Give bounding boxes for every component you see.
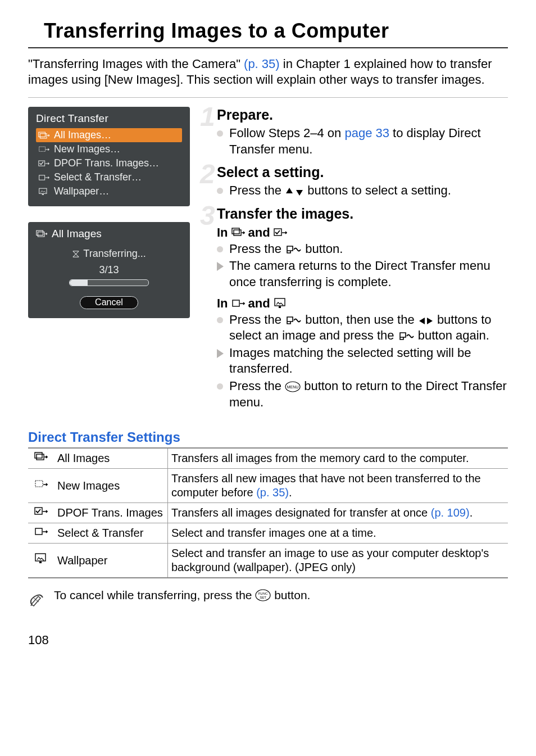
note-text-pre: To cancel while transferring, press the: [54, 588, 255, 601]
bullet-text: button, then use the: [302, 313, 418, 327]
left-right-arrows-icon: [418, 316, 434, 326]
setting-name: New Images: [54, 469, 168, 503]
bullet-text: Press the: [229, 242, 285, 256]
settings-heading: Direct Transfer Settings: [28, 429, 508, 445]
step-2: 2 Select a setting. Press the buttons to…: [209, 164, 508, 199]
cancel-button[interactable]: Cancel: [80, 296, 138, 309]
svg-rect-27: [39, 562, 42, 563]
svg-rect-22: [37, 454, 44, 460]
step-number: 2: [200, 159, 215, 189]
svg-rect-21: [35, 452, 42, 458]
step-1: 1 Prepare. Follow Steps 2–4 on page 33 t…: [209, 107, 508, 157]
svg-rect-14: [233, 300, 239, 306]
setting-desc-text: .: [470, 506, 473, 519]
svg-rect-7: [37, 230, 43, 235]
intro-link[interactable]: (p. 35): [244, 57, 280, 71]
check-arrow-icon: [34, 506, 48, 517]
progress-counter: 3/13: [36, 264, 182, 276]
svg-marker-18: [427, 318, 433, 324]
section-divider: [28, 97, 508, 98]
transferring-label: Transferring...: [83, 248, 146, 260]
bullet-text: Press the: [229, 183, 285, 197]
setting-icon-cell: [28, 523, 54, 544]
setting-name: Select & Transfer: [54, 523, 168, 544]
setting-desc: Select and transfer images one at a time…: [168, 523, 508, 544]
svg-rect-12: [234, 230, 241, 236]
svg-rect-1: [40, 133, 47, 138]
bullet-text: Press the: [229, 313, 285, 327]
page-number: 108: [28, 633, 508, 648]
lcd-menu-item: New Images…: [36, 142, 182, 156]
page-title: Transferring Images to a Computer: [28, 19, 508, 47]
print-tilde-icon: [398, 331, 415, 342]
page-link[interactable]: (p. 109): [431, 506, 470, 519]
table-row: All Images Transfers all images from the…: [28, 448, 508, 469]
svg-text:FUNC: FUNC: [258, 592, 268, 595]
lcd-progress-title: All Images: [52, 228, 102, 240]
svg-rect-0: [39, 132, 46, 137]
svg-rect-15: [275, 298, 285, 306]
print-tilde-icon: [285, 315, 302, 326]
lcd-menu-item: All Images…: [36, 128, 182, 142]
svg-rect-26: [35, 554, 46, 561]
svg-rect-4: [39, 175, 45, 179]
note-text-post: button.: [271, 588, 310, 601]
step-bullet: Follow Steps 2–4 on page 33 to display D…: [217, 125, 508, 157]
subhead-text: In: [217, 296, 228, 311]
setting-icon-cell: [28, 544, 54, 578]
camera-lcd-progress: All Images Transferring... 3/13 Cancel: [28, 222, 190, 318]
setting-desc: Transfers all new images that have not b…: [168, 469, 508, 503]
step-bullet: Press the button.: [217, 241, 508, 257]
lcd-menu-item: DPOF Trans. Images…: [36, 156, 182, 170]
setting-icon-cell: [28, 469, 54, 503]
setting-desc-text: Transfers all new images that have not b…: [171, 472, 481, 499]
svg-rect-11: [232, 228, 239, 234]
svg-marker-10: [296, 190, 303, 196]
step-heading: Prepare.: [217, 107, 508, 123]
camera-lcd-menu: Direct Transfer All Images… New Images… …: [28, 107, 190, 206]
step-bullet: Press the button, then use the buttons t…: [217, 312, 508, 344]
dots-arrow-icon: [34, 479, 48, 490]
check-arrow-icon: [274, 228, 287, 238]
setting-name: DPOF Trans. Images: [54, 503, 168, 523]
lcd-menu-item-label: All Images…: [54, 129, 111, 141]
setting-desc-text: .: [289, 486, 292, 499]
svg-text:SET: SET: [260, 596, 267, 599]
step-number: 3: [200, 200, 215, 231]
setting-desc: Transfers all images designated for tran…: [168, 503, 508, 523]
svg-rect-16: [279, 306, 281, 308]
lcd-menu-item-label: Wallpaper…: [54, 185, 109, 197]
pencil-note-icon: [28, 590, 44, 606]
page-link[interactable]: page 33: [344, 126, 389, 140]
note-block: To cancel while transferring, press the …: [28, 588, 508, 609]
page-link[interactable]: (p. 35): [256, 486, 289, 499]
svg-point-28: [256, 590, 270, 601]
table-row: DPOF Trans. Images Transfers all images …: [28, 503, 508, 523]
svg-rect-8: [38, 232, 44, 237]
menu-button-icon: MENU: [285, 381, 301, 392]
monitor-icon: [38, 188, 49, 196]
dots-arrow-icon: [38, 146, 49, 153]
setting-desc: Select and transfer an image to use as y…: [168, 544, 508, 578]
single-arrow-icon: [38, 174, 49, 182]
note-text: To cancel while transferring, press the …: [54, 588, 310, 602]
stack-arrow-icon: [36, 230, 47, 238]
print-tilde-icon: [285, 244, 302, 255]
progress-bar: [69, 279, 149, 286]
subhead-text: and: [248, 225, 270, 240]
setting-name: All Images: [54, 448, 168, 469]
single-arrow-icon: [231, 298, 245, 309]
setting-icon-cell: [28, 503, 54, 523]
step-subhead: In and: [217, 225, 508, 240]
table-row: Wallpaper Select and transfer an image t…: [28, 544, 508, 578]
svg-text:MENU: MENU: [287, 385, 299, 389]
svg-rect-25: [35, 528, 42, 535]
svg-rect-6: [42, 194, 44, 195]
svg-marker-9: [286, 188, 293, 193]
intro-text-pre: "Transferring Images with the Camera": [28, 57, 244, 71]
table-row: New Images Transfers all new images that…: [28, 469, 508, 503]
setting-desc: Transfers all images from the memory car…: [168, 448, 508, 469]
step-bullet: Images matching the selected setting wil…: [217, 345, 508, 377]
busy-icon: [72, 250, 80, 258]
check-arrow-icon: [38, 160, 49, 168]
